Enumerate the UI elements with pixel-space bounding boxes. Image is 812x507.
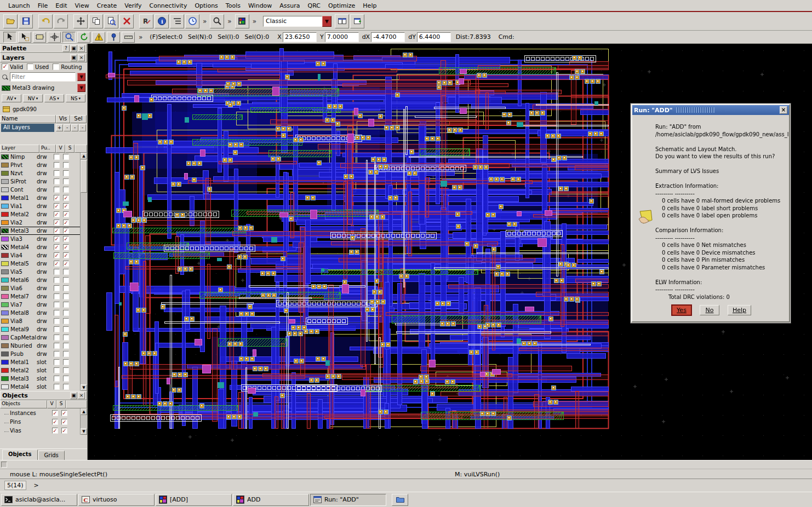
layer-visible-checkbox[interactable]: [54, 376, 60, 382]
layer-selectable-checkbox[interactable]: [63, 343, 69, 349]
layer-row[interactable]: Metal1slot: [0, 358, 87, 366]
layer-selectable-checkbox[interactable]: [63, 384, 69, 390]
used-checkbox[interactable]: [27, 64, 33, 70]
object-visible-checkbox[interactable]: ✓: [52, 428, 58, 434]
layer-visible-checkbox[interactable]: [54, 285, 60, 291]
menu-file[interactable]: File: [34, 1, 52, 11]
layer-row[interactable]: Metal7drw: [0, 292, 87, 301]
layer-table-col-s[interactable]: S: [65, 145, 75, 153]
layer-visible-checkbox[interactable]: ✓: [54, 244, 60, 250]
layer-visible-checkbox[interactable]: [54, 178, 60, 185]
layer-visible-checkbox[interactable]: [54, 170, 60, 176]
all-layers-mini-button-1[interactable]: -: [64, 124, 71, 131]
layer-selectable-checkbox[interactable]: ✓: [63, 220, 69, 226]
layer-selectable-checkbox[interactable]: [63, 351, 69, 357]
ruler-icon[interactable]: [122, 32, 135, 43]
layer-row[interactable]: Via7drw: [0, 301, 87, 309]
layer-visible-checkbox[interactable]: [54, 154, 60, 160]
ciw-prompt-line[interactable]: 5(14) >: [0, 479, 812, 492]
layer-row[interactable]: Metal2drw✓✓: [0, 210, 87, 218]
layer-visible-checkbox[interactable]: [54, 384, 60, 390]
layer-row[interactable]: Nzvtdrw: [0, 169, 87, 177]
menu-view[interactable]: View: [71, 1, 93, 11]
select-point-icon[interactable]: [18, 32, 31, 43]
open-icon[interactable]: [3, 14, 18, 28]
column-name[interactable]: Name: [0, 115, 56, 123]
layer-visible-checkbox[interactable]: ✓: [54, 195, 60, 201]
layer-visible-checkbox[interactable]: [54, 351, 60, 357]
tray-button[interactable]: [392, 494, 408, 506]
valid-checkbox[interactable]: ✓: [2, 64, 8, 70]
object-visible-checkbox[interactable]: ✓: [52, 410, 58, 416]
layer-visible-checkbox[interactable]: [54, 359, 60, 365]
editor-icon[interactable]: [235, 14, 249, 28]
palette-close-icon[interactable]: ×: [78, 45, 85, 52]
all-layers-row[interactable]: All Layers +---: [0, 123, 87, 132]
delete-icon[interactable]: [119, 14, 134, 28]
copy-icon[interactable]: [89, 14, 103, 28]
layer-selectable-checkbox[interactable]: ✓: [63, 252, 69, 258]
menu-tools[interactable]: Tools: [222, 1, 244, 11]
coord-input-x[interactable]: [283, 32, 317, 42]
layer-row[interactable]: Metal1drw✓✓: [0, 194, 87, 202]
zoom-mode-icon[interactable]: [62, 32, 76, 43]
taskbar-button-4[interactable]: Run: "ADD": [310, 494, 386, 506]
layer-selectable-checkbox[interactable]: [63, 154, 69, 160]
layer-selectable-checkbox[interactable]: [63, 326, 69, 332]
layer-visible-checkbox[interactable]: ✓: [54, 211, 60, 217]
tab-objects[interactable]: Objects: [2, 450, 38, 460]
all-layers-mini-button-2[interactable]: -: [71, 124, 78, 131]
taskbar-button-1[interactable]: Cvirtuoso: [78, 494, 155, 506]
menu-assura[interactable]: Assura: [276, 1, 304, 11]
layer-visible-checkbox[interactable]: ✓: [54, 236, 60, 242]
info-icon[interactable]: i: [155, 14, 169, 28]
objects-col-v[interactable]: V: [47, 400, 56, 408]
layer-row[interactable]: Via8drw: [0, 317, 87, 325]
layer-table-col-layer[interactable]: Layer: [0, 145, 39, 153]
layers-close-icon[interactable]: ×: [78, 54, 85, 61]
layer-selectable-checkbox[interactable]: [63, 359, 69, 365]
layer-selectable-checkbox[interactable]: [63, 170, 69, 176]
object-row-vias[interactable]: Vias✓✓: [0, 426, 87, 435]
layer-selectable-checkbox[interactable]: ✓: [63, 195, 69, 201]
new-window-icon[interactable]: [350, 14, 364, 28]
layer-visible-checkbox[interactable]: ✓: [54, 228, 60, 234]
redo-icon[interactable]: [54, 14, 68, 28]
layer-selectable-checkbox[interactable]: [63, 318, 69, 324]
overflow-chevron-icon[interactable]: »: [225, 18, 233, 25]
layer-filter-input[interactable]: [10, 72, 76, 82]
redraw-icon[interactable]: [77, 32, 90, 43]
layer-visible-checkbox[interactable]: ✓: [54, 261, 60, 267]
layer-row[interactable]: Phvtdrw: [0, 161, 87, 169]
scrollbar-up-icon[interactable]: ▲: [81, 408, 87, 415]
no-button[interactable]: No: [700, 305, 719, 315]
layer-row[interactable]: Metal9drw: [0, 325, 87, 333]
scrollbar-down-icon[interactable]: ▼: [81, 384, 87, 391]
overflow-chevron-icon[interactable]: »: [201, 18, 209, 25]
menu-edit[interactable]: Edit: [52, 1, 71, 11]
menu-launch[interactable]: Launch: [4, 1, 34, 11]
layer-row[interactable]: Metal6drw: [0, 276, 87, 284]
layer-visible-checkbox[interactable]: ✓: [54, 220, 60, 226]
library-row[interactable]: gpdk090: [0, 103, 87, 115]
layer-row[interactable]: Via4drw✓✓: [0, 251, 87, 260]
clock-icon[interactable]: [185, 14, 199, 28]
scrollbar-up-icon[interactable]: ▲: [81, 153, 87, 159]
routing-checkbox[interactable]: [53, 64, 59, 70]
layer-row[interactable]: CapMetaldrw: [0, 333, 87, 342]
layer-visible-checkbox[interactable]: [54, 302, 60, 308]
label-icon[interactable]: R: [139, 14, 153, 28]
workspace-combo[interactable]: Classic ▼: [263, 16, 331, 27]
object-selectable-checkbox[interactable]: ✓: [61, 410, 67, 416]
layer-visible-checkbox[interactable]: [54, 335, 60, 341]
layer-visible-checkbox[interactable]: [54, 343, 60, 349]
undo-icon[interactable]: [38, 14, 53, 28]
layer-selectable-checkbox[interactable]: [63, 285, 69, 291]
object-row-pins[interactable]: Pins✓✓: [0, 417, 87, 426]
layer-selectable-checkbox[interactable]: [63, 335, 69, 341]
layer-selectable-checkbox[interactable]: ✓: [63, 244, 69, 250]
layer-selectable-checkbox[interactable]: [63, 277, 69, 283]
scrollbar-down-icon[interactable]: ▼: [81, 428, 87, 435]
layer-selectable-checkbox[interactable]: [63, 162, 69, 168]
layer-visible-checkbox[interactable]: [54, 187, 60, 193]
